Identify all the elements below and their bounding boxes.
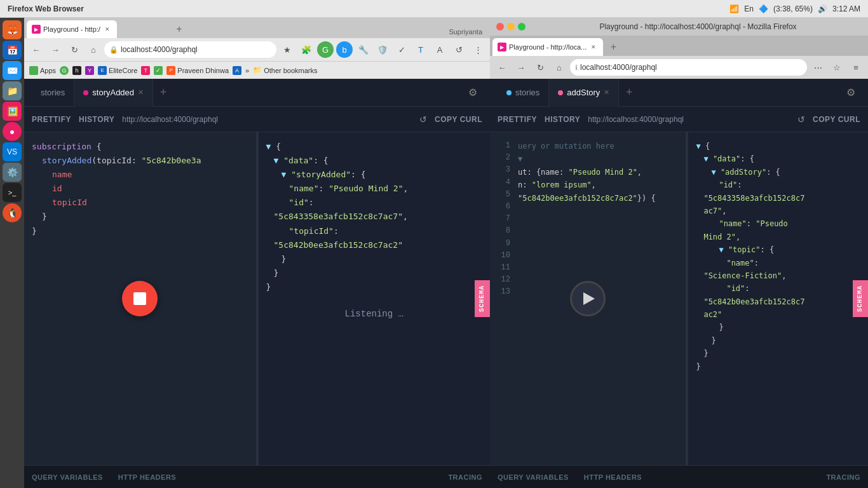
user-label: Supriyanta xyxy=(444,28,487,38)
close-btn[interactable] xyxy=(496,23,504,30)
pg-tab-close-storyadded[interactable]: ✕ xyxy=(138,88,144,97)
os-title: Firefox Web Browser xyxy=(8,4,84,13)
tab-dot-storyadded xyxy=(83,90,88,95)
copy-curl-btn-left[interactable]: COPY CURL xyxy=(435,115,482,124)
url-bar-right[interactable]: ℹ localhost:4000/graphql xyxy=(570,59,807,76)
query-editor-left[interactable]: subscription { storyAdded(topicId: "5c84… xyxy=(24,132,256,465)
bookmark-h[interactable]: h xyxy=(72,66,81,75)
addon-trello[interactable]: T xyxy=(412,41,429,58)
dock-calendar[interactable]: 📅 xyxy=(3,41,22,60)
bookmark-praveen[interactable]: P Praveen Dhinwa xyxy=(166,66,229,75)
toolbar-refresh-left[interactable]: ↺ xyxy=(419,114,427,125)
dock-firefox[interactable]: 🦊 xyxy=(3,20,22,39)
minimize-btn[interactable] xyxy=(507,23,515,30)
addon-a[interactable]: A xyxy=(431,41,448,58)
pg-tab-stories[interactable]: stories xyxy=(32,79,74,107)
toolbar-refresh-right[interactable]: ↺ xyxy=(797,114,805,125)
extensions-icon[interactable]: 🧩 xyxy=(298,41,315,58)
tracing-btn-right[interactable]: TRACING xyxy=(826,473,860,481)
schema-tab-right[interactable]: SCHEMA xyxy=(853,280,868,317)
bookmark-check[interactable]: ✓ xyxy=(154,66,163,75)
bookmark-more-label: » xyxy=(245,67,249,74)
code-with-lines-right: 1 2 3 4 5 6 7 8 9 10 11 12 13 xyxy=(498,140,678,298)
query-vars-btn-left[interactable]: QUERY VARIABLES xyxy=(32,473,103,481)
refresh-button[interactable]: ↻ xyxy=(66,41,83,58)
query-editor-right[interactable]: 1 2 3 4 5 6 7 8 9 10 11 12 13 xyxy=(490,132,686,465)
dock-files[interactable]: 📁 xyxy=(3,81,22,100)
dock-ubuntu[interactable]: 🐧 xyxy=(3,203,22,222)
prettify-btn-right[interactable]: PRETTIFY xyxy=(498,115,537,124)
a-icon: A xyxy=(233,66,241,75)
active-tab-left[interactable]: ▶ Playground - http:/ ✕ xyxy=(27,20,117,38)
dock-vscode[interactable]: VS xyxy=(3,142,22,161)
bookmark-apps[interactable]: Apps xyxy=(29,66,56,75)
bookmark-folder[interactable]: 📁 Other bookmarks xyxy=(253,66,317,74)
refresh-button-right[interactable]: ↻ xyxy=(532,59,548,76)
browser-window-right: Playground - http://localhost:4000/graph… xyxy=(490,18,868,488)
active-tab-right[interactable]: ▶ Playground - http://loca... ✕ xyxy=(492,38,603,56)
tab-close-left[interactable]: ✕ xyxy=(103,25,112,34)
http-headers-btn-right[interactable]: HTTP HEADERS xyxy=(584,473,642,481)
stop-button[interactable] xyxy=(122,281,158,316)
playground-left: stories storyAdded ✕ + ⚙ PRETTIFY HISTOR… xyxy=(24,79,490,488)
bookmark-more[interactable]: » xyxy=(245,67,249,74)
prettify-btn-left[interactable]: PRETTIFY xyxy=(32,115,71,124)
back-button-right[interactable]: ← xyxy=(494,59,510,76)
tab-close-right[interactable]: ✕ xyxy=(589,43,598,51)
h-icon: h xyxy=(72,66,81,75)
dock-circle[interactable]: ● xyxy=(3,122,22,141)
os-top-bar: Firefox Web Browser 📶 En 🔷 (3:38, 65%) 🔊… xyxy=(0,0,868,18)
forward-button[interactable]: → xyxy=(47,41,64,58)
playground-header-right: stories addStory ✕ + ⚙ xyxy=(490,79,868,107)
pg-new-tab-btn-left[interactable]: + xyxy=(153,79,173,107)
dock-mail[interactable]: ✉️ xyxy=(3,61,22,80)
bookmark-star-right[interactable]: ☆ xyxy=(829,59,845,76)
http-headers-btn-left[interactable]: HTTP HEADERS xyxy=(118,473,176,481)
storyadded-tab-label: storyAdded xyxy=(92,88,134,97)
settings-gear-left[interactable]: ⚙ xyxy=(463,83,482,102)
pg-tab-close-addstory[interactable]: ✕ xyxy=(604,88,609,97)
apps-icon xyxy=(29,66,38,75)
bookmark-y[interactable]: Y xyxy=(85,66,94,75)
play-button[interactable] xyxy=(570,281,606,316)
url-bar-left[interactable]: 🔒 localhost:4000/graphql xyxy=(104,41,276,58)
back-button[interactable]: ← xyxy=(28,41,44,58)
query-vars-btn-right[interactable]: QUERY VARIABLES xyxy=(498,473,569,481)
toolbar-url-left: http://localhost:4000/graphql xyxy=(122,115,412,124)
more-button-right[interactable]: ≡ xyxy=(848,59,864,76)
addon-b[interactable]: b xyxy=(336,41,353,58)
reader-btn[interactable]: ⋯ xyxy=(810,59,826,76)
bookmark-elitecore[interactable]: E EliteCore xyxy=(98,66,137,75)
query-code: subscription { storyAdded(topicId: "5c84… xyxy=(32,140,248,238)
settings-gear-right[interactable]: ⚙ xyxy=(841,83,860,102)
refresh-nav[interactable]: ↺ xyxy=(451,41,467,58)
pg-new-tab-btn-right[interactable]: + xyxy=(619,79,639,107)
bookmark-t[interactable]: T xyxy=(141,66,150,75)
forward-button-right[interactable]: → xyxy=(513,59,529,76)
dock-terminal[interactable]: >_ xyxy=(3,183,22,202)
home-button-right[interactable]: ⌂ xyxy=(551,59,567,76)
pg-tab-addstory[interactable]: addStory ✕ xyxy=(549,79,619,107)
bookmark-star[interactable]: ★ xyxy=(279,41,295,58)
bookmark-g[interactable]: G xyxy=(60,66,69,75)
addon-yellow[interactable]: 🔧 xyxy=(355,41,372,58)
schema-tab-left[interactable]: SCHEMA xyxy=(475,280,490,317)
more-button[interactable]: ⋮ xyxy=(470,41,486,58)
history-btn-left[interactable]: HISTORY xyxy=(79,115,114,124)
bookmark-a-box[interactable]: A xyxy=(233,66,241,75)
addon-g[interactable]: G xyxy=(317,41,334,58)
home-button[interactable]: ⌂ xyxy=(85,41,102,58)
tracing-btn-left[interactable]: TRACING xyxy=(448,473,482,481)
history-btn-right[interactable]: HISTORY xyxy=(545,115,580,124)
new-tab-button-left[interactable]: + xyxy=(170,20,188,38)
maximize-btn[interactable] xyxy=(518,23,526,30)
dock-settings[interactable]: ⚙️ xyxy=(3,163,22,182)
addon-shield[interactable]: 🛡️ xyxy=(374,41,391,58)
addon-check[interactable]: ✓ xyxy=(393,41,410,58)
copy-curl-btn-right[interactable]: COPY CURL xyxy=(813,115,860,124)
pg-tab-stories-right[interactable]: stories xyxy=(498,79,549,107)
dock-photos[interactable]: 🖼️ xyxy=(3,102,22,121)
new-tab-button-right[interactable]: + xyxy=(604,38,622,56)
pg-tab-storyadded[interactable]: storyAdded ✕ xyxy=(74,79,153,107)
stories-tab-label: stories xyxy=(41,88,65,97)
